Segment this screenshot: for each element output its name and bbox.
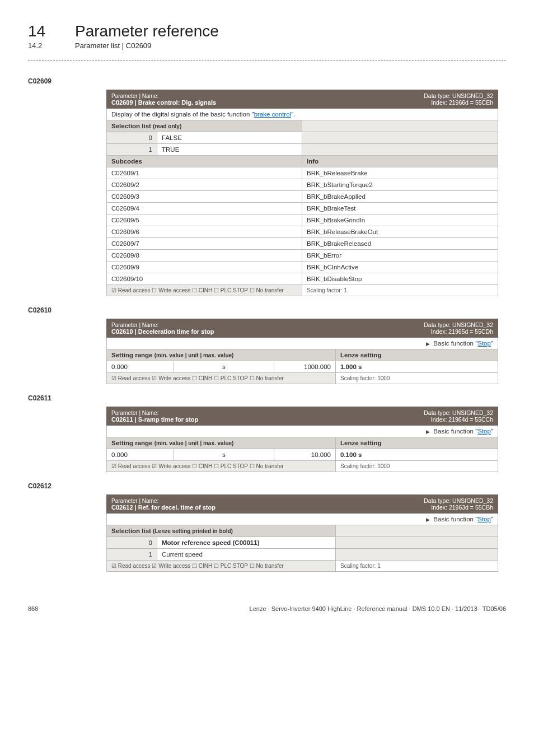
table-titlebar: Parameter | Name: C02609 | Brake control… (107, 90, 498, 109)
chapter-number: 14 (28, 22, 62, 40)
subcode-row: C02609/2BRK_bStartingTorque2 (107, 179, 498, 191)
arrow-icon (426, 428, 432, 435)
subcode-id: C02609/8 (107, 250, 302, 262)
subcode-row: C02609/1BRK_bReleaseBrake (107, 167, 498, 179)
access-flags: ☑ Read access ☑ Write access ☐ CINH ☐ PL… (107, 373, 336, 384)
subcode-id: C02609/6 (107, 226, 302, 238)
scaling-factor: Scaling factor: 1000 (336, 373, 498, 384)
subcodes-header-left: Subcodes (107, 156, 302, 167)
subcode-info: BRK_bBrakeGrindIn (302, 214, 498, 226)
description-row: Display of the digital signals of the ba… (107, 109, 498, 120)
selection-label: Motor reference speed (C00011) (157, 537, 336, 549)
titlebar-prefix: Parameter | Name: (111, 93, 158, 99)
basic-func-post: " (491, 428, 493, 435)
selection-label: Current speed (157, 549, 336, 561)
stop-link[interactable]: Stop (477, 516, 491, 522)
subcode-row: C02609/3BRK_bBrakeApplied (107, 191, 498, 203)
arrow-icon (426, 340, 432, 347)
param-code-heading: C02612 (28, 482, 506, 490)
range-header-note: (min. value | unit | max. value) (154, 440, 234, 446)
subcode-row: C02609/6BRK_bReleaseBrakeOut (107, 226, 498, 238)
selection-row: 0 FALSE (107, 132, 498, 144)
footer-row: ☑ Read access ☑ Write access ☐ CINH ☐ PL… (107, 561, 498, 572)
chapter-title: Parameter reference (75, 22, 219, 40)
desc-post: ". (291, 111, 295, 118)
scaling-factor: Scaling factor: 1 (336, 561, 498, 572)
subcode-id: C02609/3 (107, 191, 302, 203)
param-table-c02609: Parameter | Name: C02609 | Brake control… (106, 90, 498, 296)
titlebar-main: C02611 | S-ramp time for stop (111, 416, 198, 423)
basic-func-post: " (491, 516, 493, 522)
stop-link[interactable]: Stop (477, 340, 491, 347)
chapter-header: 14 Parameter reference (28, 22, 506, 40)
titlebar-main: C02609 | Brake control: Dig. signals (111, 99, 216, 106)
subcode-id: C02609/10 (107, 273, 302, 285)
subcode-id: C02609/9 (107, 262, 302, 273)
lenze-setting-header: Lenze setting (336, 349, 498, 361)
subcode-id: C02609/2 (107, 179, 302, 191)
basic-func-pre: Basic function " (433, 340, 477, 347)
titlebar-index: Index: 21964d = 55CCh (431, 416, 493, 423)
range-row: 0.000 s 10.000 0.100 s (107, 449, 498, 461)
titlebar-prefix: Parameter | Name: (111, 498, 158, 504)
range-row: 0.000 s 1000.000 1.000 s (107, 361, 498, 373)
brake-control-link[interactable]: brake control (254, 111, 291, 118)
titlebar-main: C02610 | Deceleration time for stop (111, 328, 214, 335)
access-flags: ☑ Read access ☑ Write access ☐ CINH ☐ PL… (107, 461, 336, 472)
subchapter-title: Parameter list | C02609 (75, 41, 151, 50)
selection-header-row: Selection list (Lenze setting printed in… (107, 525, 498, 537)
subcode-id: C02609/7 (107, 238, 302, 250)
desc-pre: Display of the digital signals of the ba… (111, 111, 254, 118)
subcode-info: BRK_bBrakeApplied (302, 191, 498, 203)
param-table-c02611: Parameter | Name: C02611 | S-ramp time f… (106, 407, 498, 472)
selection-num: 0 (107, 537, 157, 549)
subchapter-header: 14.2 Parameter list | C02609 (28, 41, 506, 50)
basic-function-row: Basic function "Stop" (107, 514, 498, 525)
page-number: 868 (28, 605, 38, 612)
range-unit: s (174, 361, 274, 373)
basic-func-pre: Basic function " (433, 428, 477, 435)
footer-row: ☑ Read access ☐ Write access ☐ CINH ☐ PL… (107, 285, 498, 296)
subcodes-header-row: Subcodes Info (107, 156, 498, 167)
titlebar-index: Index: 21966d = 55CEh (431, 99, 493, 106)
subcode-info: BRK_bStartingTorque2 (302, 179, 498, 191)
subcode-row: C02609/5BRK_bBrakeGrindIn (107, 214, 498, 226)
titlebar-datatype: Data type: UNSIGNED_32 (424, 92, 493, 99)
param-code-heading: C02610 (28, 306, 506, 314)
basic-func-pre: Basic function " (433, 516, 477, 522)
subcode-info: BRK_bDisableStop (302, 273, 498, 285)
basic-function-row: Basic function "Stop" (107, 338, 498, 349)
param-code-heading: C02611 (28, 394, 506, 402)
subcode-info: BRK_bReleaseBrakeOut (302, 226, 498, 238)
selection-header-note: (read only) (153, 123, 181, 129)
stop-link[interactable]: Stop (477, 428, 491, 435)
range-min: 0.000 (107, 361, 174, 373)
titlebar-index: Index: 21963d = 55CBh (431, 504, 493, 511)
subcode-id: C02609/5 (107, 214, 302, 226)
basic-func-post: " (491, 340, 493, 347)
subcode-row: C02609/4BRK_bBrakeTest (107, 203, 498, 214)
scaling-factor: Scaling factor: 1000 (336, 461, 498, 472)
range-header: Setting range (111, 352, 152, 358)
selection-row: 0 Motor reference speed (C00011) (107, 537, 498, 549)
lenze-setting-value: 0.100 s (336, 449, 498, 461)
selection-num: 1 (107, 144, 157, 156)
selection-num: 1 (107, 549, 157, 561)
subcode-row: C02609/7BRK_bBrakeReleased (107, 238, 498, 250)
titlebar-main: C02612 | Ref. for decel. time of stop (111, 504, 216, 511)
subcode-row: C02609/9BRK_bCInhActive (107, 262, 498, 273)
basic-function-row: Basic function "Stop" (107, 426, 498, 437)
selection-label: FALSE (157, 132, 302, 144)
access-flags: ☑ Read access ☐ Write access ☐ CINH ☐ PL… (107, 285, 302, 296)
arrow-icon (426, 516, 432, 522)
footer-row: ☑ Read access ☑ Write access ☐ CINH ☐ PL… (107, 373, 498, 384)
titlebar-prefix: Parameter | Name: (111, 410, 158, 416)
subcode-id: C02609/1 (107, 167, 302, 179)
selection-header-row: Selection list (read only) (107, 120, 498, 132)
divider (28, 60, 506, 60)
selection-row: 1 Current speed (107, 549, 498, 561)
subcode-info: BRK_bBrakeReleased (302, 238, 498, 250)
range-header-row: Setting range (min. value | unit | max. … (107, 349, 498, 361)
selection-header: Selection list (111, 123, 151, 129)
subcode-id: C02609/4 (107, 203, 302, 214)
